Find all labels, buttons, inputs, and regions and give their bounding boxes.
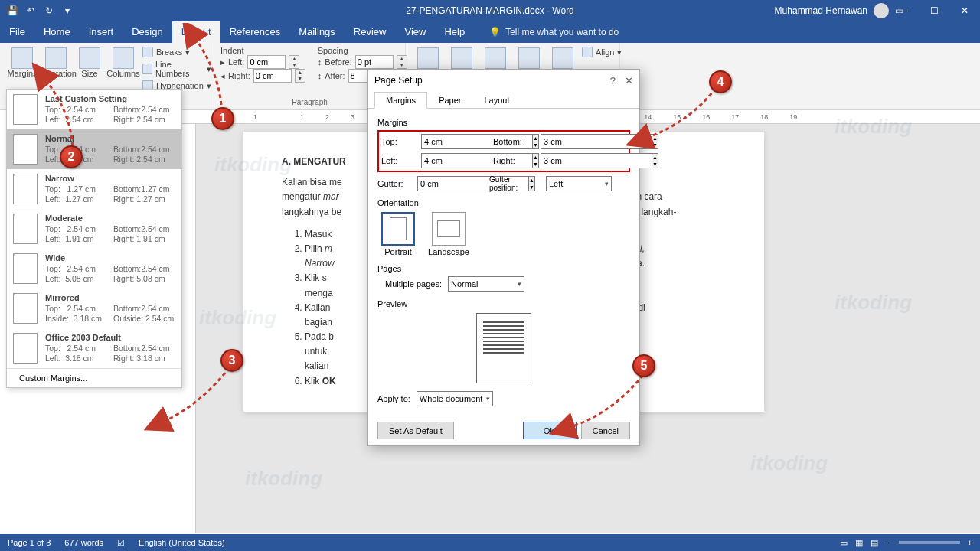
indent-right-input[interactable] — [253, 69, 292, 83]
preset-narrow[interactable]: NarrowTop: 1.27 cmBottom:1.27 cmLeft: 1.… — [7, 169, 181, 209]
tab-home[interactable]: Home — [34, 21, 80, 43]
doc-text: bagian — [305, 317, 332, 328]
margin-right-input[interactable] — [541, 153, 652, 168]
size-button[interactable]: Size — [74, 46, 106, 92]
doc-text: kalian — [305, 360, 328, 371]
gutter-position-select[interactable]: Left — [546, 176, 612, 191]
align-button[interactable]: Align▾ — [580, 46, 623, 58]
user-area[interactable]: Muhammad Hernawan ▭ — [775, 3, 903, 18]
maximize-button[interactable]: ☐ — [919, 5, 949, 16]
landscape-button[interactable]: Landscape — [428, 212, 469, 256]
margins-button[interactable]: Margins — [6, 46, 38, 92]
view-web-icon[interactable]: ▤ — [871, 538, 878, 548]
preset-wide[interactable]: WideTop: 2.54 cmBottom:2.54 cmLeft: 5.08… — [7, 249, 181, 289]
spacing-before-input[interactable] — [355, 55, 394, 69]
margin-right-spinner[interactable]: ▲▼ — [652, 153, 658, 168]
line-numbers-button[interactable]: Line Numbers▾ — [141, 59, 213, 79]
margins-section-label: Margins — [377, 118, 630, 127]
indent-right-label: Right: — [228, 71, 250, 80]
set-default-button[interactable]: Set As Default — [377, 422, 454, 439]
breaks-button[interactable]: Breaks▾ — [141, 46, 213, 58]
portrait-button[interactable]: Portrait — [377, 212, 419, 256]
margin-bottom-spinner[interactable]: ▲▼ — [652, 134, 658, 149]
line-numbers-label: Line Numbers — [155, 60, 204, 78]
doc-text: Pada b — [305, 331, 334, 342]
chevron-down-icon: ▾ — [185, 47, 190, 57]
chevron-down-icon: ▾ — [617, 47, 622, 57]
indent-left-input[interactable] — [247, 55, 286, 69]
preset-last-custom-setting[interactable]: Last Custom SettingTop: 2.54 cmBottom:2.… — [7, 90, 181, 129]
tab-help[interactable]: Help — [435, 21, 474, 43]
view-print-icon[interactable]: ▦ — [855, 538, 863, 548]
tab-references[interactable]: References — [220, 21, 289, 43]
doc-text: mengatur — [282, 191, 323, 202]
vertical-ruler[interactable] — [182, 124, 196, 533]
preset-office-2003-default[interactable]: Office 2003 DefaultTop: 2.54 cmBottom:2.… — [7, 328, 181, 368]
bring-forward-button[interactable] — [479, 46, 511, 70]
redo-icon[interactable]: ↻ — [43, 5, 55, 16]
tell-me[interactable]: 💡 Tell me what you want to do — [489, 27, 619, 37]
dialog-titlebar[interactable]: Page Setup ? ✕ — [368, 70, 639, 91]
doc-text: m — [325, 243, 332, 254]
language-status[interactable]: English (United States) — [139, 538, 225, 547]
margins-icon — [11, 47, 33, 69]
spacing-before-icon: ↕ — [318, 57, 322, 67]
tab-design[interactable]: Design — [122, 21, 172, 43]
tab-file[interactable]: File — [0, 21, 34, 43]
multiple-pages-select[interactable]: Normal — [448, 276, 524, 292]
selection-pane-button[interactable] — [547, 46, 579, 70]
margin-bottom-input[interactable] — [541, 134, 652, 149]
preset-moderate[interactable]: ModerateTop: 2.54 cmBottom:2.54 cmLeft: … — [7, 209, 181, 249]
tab-mailings[interactable]: Mailings — [289, 21, 345, 43]
zoom-in-icon[interactable]: + — [968, 538, 972, 547]
tab-insert[interactable]: Insert — [80, 21, 123, 43]
doc-text: langkahnya be — [282, 207, 341, 217]
gutter-label: Gutter: — [377, 179, 411, 188]
cancel-button[interactable]: Cancel — [581, 422, 630, 439]
zoom-out-icon[interactable]: − — [886, 538, 890, 547]
preset-name: Wide — [45, 253, 175, 262]
doc-text: Klik s — [305, 272, 327, 283]
indent-right-spinner[interactable]: ▲▼ — [295, 69, 305, 83]
spellcheck-icon[interactable]: ☑ — [117, 538, 125, 548]
save-icon[interactable]: 💾 — [6, 5, 18, 16]
preset-normal[interactable]: NormalTop: 2.54 cmBottom:2.54 cmLeft: 2.… — [7, 129, 181, 169]
word-count[interactable]: 677 words — [64, 538, 103, 547]
preview-section-label: Preview — [377, 299, 630, 308]
tab-review[interactable]: Review — [345, 21, 396, 43]
right-label: Right: — [493, 156, 534, 165]
send-backward-button[interactable] — [513, 46, 545, 70]
dialog-tab-layout[interactable]: Layout — [472, 92, 521, 109]
undo-icon[interactable]: ↶ — [24, 5, 37, 16]
ok-button[interactable]: OK — [523, 422, 577, 439]
indent-left-spinner[interactable]: ▲▼ — [289, 55, 299, 69]
custom-margins-item[interactable]: Custom Margins... — [7, 368, 181, 387]
help-icon[interactable]: ? — [610, 75, 616, 86]
preset-mirrored[interactable]: MirroredTop: 2.54 cmBottom:2.54 cmInside… — [7, 289, 181, 328]
close-button[interactable]: ✕ — [949, 5, 980, 16]
view-read-icon[interactable]: ▭ — [840, 538, 848, 548]
apply-to-select[interactable]: Whole document — [416, 391, 493, 406]
avatar[interactable] — [874, 3, 889, 18]
preset-icon — [13, 174, 38, 204]
dialog-tab-paper[interactable]: Paper — [427, 92, 472, 109]
preset-icon — [13, 214, 38, 244]
dialog-tab-margins[interactable]: Margins — [374, 92, 427, 109]
close-icon[interactable]: ✕ — [625, 75, 633, 86]
orientation-button[interactable]: Orientation — [40, 46, 72, 92]
wrap-text-button[interactable] — [446, 46, 478, 70]
page-status[interactable]: Page 1 of 3 — [8, 538, 51, 547]
columns-button[interactable]: Columns — [107, 46, 139, 92]
title-bar: 💾 ↶ ↻ ▾ 27-PENGATURAN-MARGIN.docx - Word… — [0, 0, 980, 21]
qat-more-icon[interactable]: ▾ — [61, 5, 74, 16]
position-button[interactable] — [412, 46, 444, 70]
tab-view[interactable]: View — [395, 21, 435, 43]
minimize-button[interactable]: — — [888, 5, 919, 16]
zoom-slider[interactable] — [899, 541, 960, 544]
preset-name: Mirrored — [45, 293, 175, 302]
doc-text: OK — [322, 376, 336, 386]
doc-text: untuk — [305, 346, 327, 357]
tab-layout[interactable]: Layout — [172, 21, 220, 43]
left-label: Left: — [381, 156, 415, 165]
window-title: 27-PENGATURAN-MARGIN.docx - Word — [406, 5, 574, 16]
